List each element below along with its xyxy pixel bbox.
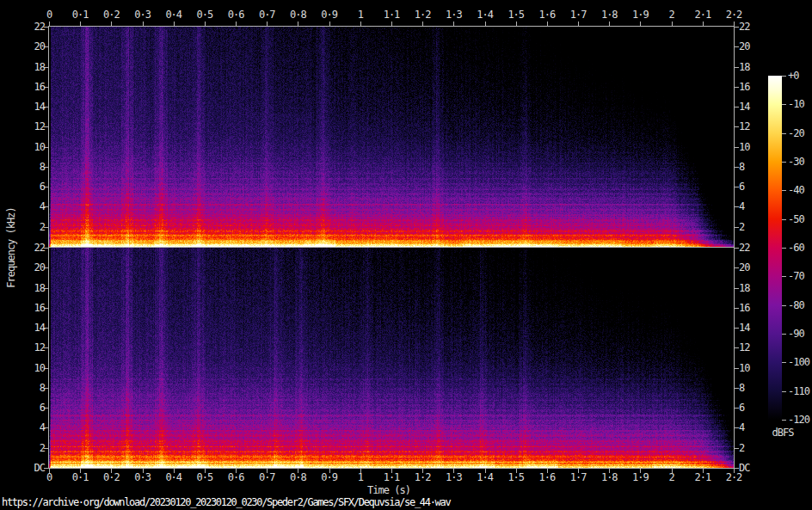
time-tick-label: 1·4: [477, 9, 493, 21]
time-tick-label: 0·2: [103, 472, 120, 483]
time-tick-label: 1·6: [539, 9, 556, 21]
time-tick-label: 1: [358, 472, 363, 483]
colorbar-tick-label: -100: [788, 357, 809, 368]
time-tick: [391, 22, 392, 26]
time-tick-label: 0·9: [321, 9, 337, 21]
time-tick: [422, 22, 423, 26]
colorbar-tick: [782, 133, 786, 134]
freq-tick-label: 10: [19, 363, 45, 374]
colorbar-tick: [782, 362, 786, 363]
source-url-caption: https://archive·org/download/20230120_20…: [2, 496, 450, 508]
time-tick-label: 1·9: [632, 9, 649, 21]
colorbar-tick-label: -30: [788, 157, 804, 168]
time-tick: [360, 22, 361, 26]
time-tick-label: 1·5: [508, 472, 524, 483]
freq-tick-label: 22: [739, 22, 749, 33]
time-tick-label: 2·1: [694, 472, 710, 483]
time-tick-label: 0·5: [197, 472, 213, 483]
time-tick: [734, 22, 735, 26]
freq-tick-label: 2: [19, 443, 45, 454]
time-tick: [703, 22, 704, 26]
axis-left: [48, 26, 49, 469]
freq-tick-label: 12: [739, 342, 749, 353]
freq-tick-label: 10: [739, 142, 749, 153]
freq-tick-label: 14: [19, 323, 45, 334]
colorbar-tick-label: -40: [788, 185, 804, 196]
colorbar-tick: [782, 76, 786, 77]
time-tick-label: 0·1: [72, 9, 89, 21]
freq-tick-label: 6: [19, 402, 45, 414]
axis-top: [48, 26, 735, 27]
freq-tick-label: 16: [739, 303, 749, 314]
colorbar-tick-label: -50: [788, 214, 804, 225]
time-tick-label: 1·8: [601, 9, 618, 21]
freq-tick-label: 16: [19, 82, 45, 93]
time-tick-label: 0·6: [228, 9, 244, 21]
freq-tick-label: 18: [19, 62, 45, 73]
freq-tick-label: 20: [739, 41, 749, 52]
freq-tick-label: 4: [739, 201, 744, 212]
time-tick-label: 0: [46, 9, 52, 21]
time-tick-label: 1·9: [632, 472, 649, 483]
colorbar-tick-label: -120: [788, 415, 809, 426]
freq-tick-label: 6: [739, 181, 744, 193]
freq-tick-label: 8: [739, 383, 744, 394]
time-tick-label: 1·5: [508, 9, 524, 21]
time-tick-label: 1·4: [477, 472, 493, 483]
freq-tick-label: 18: [739, 62, 749, 73]
colorbar-tick-label: -90: [788, 329, 804, 340]
freq-tick-label: 14: [739, 323, 749, 334]
freq-tick-label: 6: [739, 402, 744, 414]
colorbar-tick-label: -20: [788, 128, 804, 139]
spectrogram-right-channel: [49, 248, 734, 468]
colorbar-tick: [782, 219, 786, 220]
freq-tick-label: 16: [19, 303, 45, 314]
colorbar-tick-label: -70: [788, 271, 804, 282]
time-tick-label: 0·8: [290, 472, 306, 483]
freq-tick-label: 18: [739, 283, 749, 294]
axis-panel-separator: [48, 247, 735, 248]
time-tick-label: 1·2: [415, 472, 431, 483]
time-tick-label: 1·8: [601, 472, 618, 483]
freq-tick-label: 8: [19, 383, 45, 394]
freq-tick-label: 14: [19, 101, 45, 113]
colorbar-tick-label: -80: [788, 300, 804, 311]
freq-tick-label: 4: [739, 422, 744, 433]
freq-tick-label: 2: [739, 222, 744, 233]
freq-tick-label: 8: [739, 162, 744, 173]
colorbar-tick: [782, 248, 786, 249]
spectrogram-figure: Frequency (kHz) 000·10·10·20·20·30·30·40…: [0, 0, 812, 510]
time-tick-label: 2: [669, 472, 674, 483]
time-tick: [174, 22, 175, 26]
freq-tick-label: 4: [19, 201, 45, 212]
time-tick-label: 0·7: [259, 472, 275, 483]
freq-tick-label: 10: [739, 363, 749, 374]
time-tick-label: 2·1: [694, 9, 710, 21]
time-tick-label: 1·3: [446, 472, 462, 483]
time-tick: [49, 22, 50, 26]
freq-tick-label: 18: [19, 283, 45, 294]
freq-tick-label: 22: [739, 243, 749, 254]
time-tick: [267, 22, 268, 26]
time-tick: [485, 22, 486, 26]
frequency-axis-label: Frequency (kHz): [5, 207, 17, 287]
freq-tick-label: 12: [739, 121, 749, 132]
freq-tick-label: DC: [739, 463, 749, 474]
time-tick-label: 1·3: [446, 9, 462, 21]
time-tick: [143, 22, 144, 26]
freq-tick-label: 20: [739, 262, 749, 273]
time-tick-label: 1·2: [415, 9, 431, 21]
time-tick-label: 1·7: [570, 9, 587, 21]
time-tick-label: 0·1: [72, 472, 89, 483]
colorbar-tick-label: -60: [788, 243, 804, 254]
colorbar-tick: [782, 334, 786, 335]
time-tick-label: 0·9: [321, 472, 337, 483]
time-tick: [329, 22, 330, 26]
time-tick-label: 0·4: [165, 472, 181, 483]
time-tick-label: 0·3: [134, 472, 151, 483]
freq-tick-label: 4: [19, 422, 45, 433]
time-tick-label: 0·5: [197, 9, 213, 21]
colorbar-tick: [782, 305, 786, 306]
time-tick-label: 0·4: [165, 9, 181, 21]
time-tick: [640, 22, 641, 26]
